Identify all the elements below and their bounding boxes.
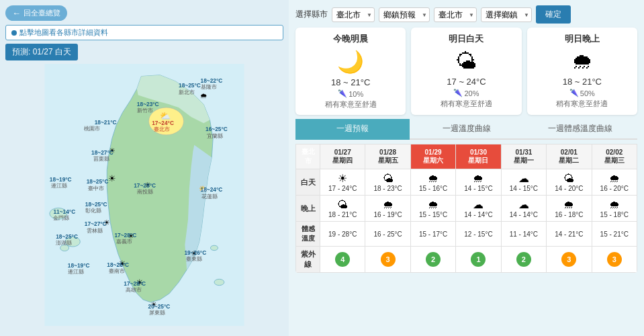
- uv-badge-2: 2: [426, 252, 441, 267]
- comfort-row: 體感溫度 19 - 28°C 16 - 25°C 15 - 17°C 12 - …: [296, 222, 637, 247]
- evening-cell-3: ☁ 14 - 14°C: [456, 196, 501, 222]
- forecast-tabs: 一週預報 一週溫度曲線 一週體感溫度曲線: [295, 119, 637, 140]
- comfort-temp-4: 11 - 14°C: [504, 230, 544, 238]
- col-0129: 01/29 星期六: [410, 144, 455, 169]
- yilan-name: 宜蘭縣: [207, 132, 223, 139]
- county-select[interactable]: 臺北市: [332, 7, 375, 22]
- tomorrow-day-temp: 17 ~ 24°C: [416, 77, 516, 87]
- lienchiang-name: 連江縣: [68, 268, 84, 275]
- evening-temp-4: 14 - 14°C: [504, 211, 544, 218]
- keelung-name: 基隆市: [201, 83, 217, 90]
- col-0202: 02/02 星期三: [592, 144, 637, 169]
- uv-badge-5: 3: [561, 252, 576, 267]
- right-panel: 選擇縣市 臺北市 鄉鎮預報 臺北市 選擇鄉鎮 確定: [289, 0, 644, 336]
- info-dot-icon: [11, 30, 17, 36]
- evening-cell-6: 🌧 15 - 18°C: [592, 196, 637, 222]
- rain-drop-icon-3: 🌂: [569, 89, 579, 97]
- tonight-temp: 18 ~ 21°C: [301, 77, 400, 87]
- top-controls: 選擇縣市 臺北市 鄉鎮預報 臺北市 選擇鄉鎮 確定: [295, 5, 637, 24]
- evening-cell-2: 🌧 15 - 15°C: [410, 196, 455, 222]
- county-select-wrapper: 臺北市: [332, 7, 375, 22]
- evening-temp-6: 15 - 18°C: [594, 211, 635, 218]
- chiayi-name: 嘉義市: [116, 238, 132, 245]
- matzu-name: 連江縣: [51, 182, 67, 189]
- tomorrow-night-temp: 18 ~ 21°C: [533, 77, 632, 87]
- evening-cell-5: 🌧 16 - 18°C: [547, 196, 592, 222]
- tomorrow-day-desc: 稍有寒意至舒適: [416, 99, 516, 109]
- town3-select[interactable]: 選擇鄉鎮: [481, 7, 532, 22]
- weather-card-tonight: 今晚明晨 🌙 18 ~ 21°C 🌂 10% 稍有寒意至舒適: [295, 28, 406, 115]
- uv-cell-2: 2: [410, 247, 455, 273]
- tainan-name: 臺南市: [109, 267, 125, 274]
- tab-weekly-forecast[interactable]: 一週預報: [295, 119, 410, 140]
- comfort-temp-6: 15 - 21°C: [594, 230, 635, 238]
- uv-cell-4: 2: [501, 247, 546, 273]
- taichung-weather-icon: ☀: [108, 173, 116, 183]
- keelung-weather-icon: 🌧: [200, 92, 207, 99]
- col-0201: 02/01 星期二: [547, 144, 592, 169]
- daytime-icon-1: 🌤: [367, 173, 408, 185]
- comfort-cell-5: 14 - 21°C: [547, 222, 592, 247]
- uv-badge-1: 3: [381, 252, 396, 267]
- daytime-icon-5: 🌤: [549, 173, 589, 185]
- daytime-row: 白天 ☀ 17 - 24°C 🌤 18 - 23°C 🌧 15 - 16°C 🌧…: [296, 169, 637, 196]
- tomorrow-night-icon: 🌧: [533, 49, 632, 74]
- confirm-button[interactable]: 確定: [536, 5, 571, 24]
- evening-icon-6: 🌧: [594, 199, 635, 211]
- uv-badge-0: 4: [335, 252, 350, 267]
- daytime-temp-2: 15 - 16°C: [413, 185, 453, 192]
- tonight-desc: 稍有寒意至舒適: [301, 99, 400, 110]
- uv-cell-5: 3: [547, 247, 592, 273]
- hualien-name: 花蓮縣: [201, 193, 218, 200]
- evening-icon-3: ☁: [458, 198, 498, 211]
- weather-cards-container: 今晚明晨 🌙 18 ~ 21°C 🌂 10% 稍有寒意至舒適 明日白天 🌤 17…: [295, 28, 637, 115]
- left-panel: ← 回全臺總覽 點擊地圖看各縣市詳細資料 預測: 01/27 白天: [0, 0, 289, 336]
- green-island[interactable]: [210, 245, 218, 250]
- taiwan-map-area[interactable]: ☀ ☀ ☀ ☀ ⛅ 🌧 ⛅ ☀ ☀ ☀ ☀: [7, 64, 282, 326]
- select-county-label: 選擇縣市: [295, 9, 328, 20]
- forecast-label: 預測: 01/27 白天: [5, 44, 78, 60]
- back-label: 回全臺總覽: [24, 8, 60, 18]
- tonight-title: 今晚明晨: [301, 33, 400, 45]
- taitung-name: 臺東縣: [186, 255, 202, 262]
- evening-cell-0: 🌤 18 - 21°C: [320, 196, 365, 222]
- evening-temp-0: 18 - 21°C: [322, 211, 363, 218]
- comfort-cell-0: 19 - 28°C: [320, 222, 365, 247]
- taipei-name: 臺北市: [154, 126, 170, 132]
- daytime-icon-0: ☀: [322, 172, 363, 185]
- daytime-cell-5: 🌤 14 - 20°C: [547, 169, 592, 196]
- daytime-temp-0: 17 - 24°C: [322, 185, 363, 192]
- town-forecast-select[interactable]: 鄉鎮預報: [379, 7, 430, 22]
- tomorrow-day-title: 明日白天: [416, 33, 516, 45]
- evening-icon-4: ☁: [504, 198, 544, 211]
- back-button[interactable]: ← 回全臺總覽: [5, 5, 67, 21]
- info-button[interactable]: 點擊地圖看各縣市詳細資料: [5, 25, 283, 40]
- comfort-label: 體感溫度: [296, 222, 320, 247]
- evening-row: 晚上 🌤 18 - 21°C 🌧 16 - 19°C 🌧 15 - 15°C ☁…: [296, 196, 637, 222]
- uv-cell-0: 4: [320, 247, 365, 273]
- tab-comfort-curve[interactable]: 一週體感溫度曲線: [523, 119, 637, 140]
- daytime-cell-2: 🌧 15 - 16°C: [410, 169, 455, 196]
- daytime-cell-1: 🌤 18 - 23°C: [365, 169, 410, 196]
- col-0130: 01/30 星期日: [456, 144, 501, 169]
- tomorrow-day-rain: 🌂 20%: [416, 89, 516, 97]
- comfort-cell-3: 12 - 15°C: [456, 222, 501, 247]
- tomorrow-day-icon: 🌤: [416, 49, 516, 74]
- daytime-icon-3: 🌧: [458, 173, 498, 185]
- daytime-cell-3: 🌧 14 - 15°C: [456, 169, 501, 196]
- town2-select[interactable]: 臺北市: [434, 7, 477, 22]
- col-0131: 01/31 星期一: [501, 144, 546, 169]
- evening-icon-1: 🌧: [367, 199, 408, 211]
- tab-temp-curve[interactable]: 一週溫度曲線: [410, 119, 524, 140]
- orchid-island[interactable]: [214, 279, 224, 285]
- taoyuan-name: 桃園市: [84, 125, 100, 132]
- uv-cell-6: 3: [592, 247, 637, 273]
- comfort-cell-6: 15 - 21°C: [592, 222, 637, 247]
- comfort-cell-1: 16 - 25°C: [365, 222, 410, 247]
- daytime-temp-4: 14 - 15°C: [504, 185, 544, 192]
- daytime-temp-3: 14 - 15°C: [458, 185, 498, 192]
- rain-drop-icon-2: 🌂: [453, 89, 463, 97]
- comfort-cell-4: 11 - 14°C: [501, 222, 546, 247]
- evening-icon-0: 🌤: [322, 199, 363, 211]
- uv-cell-3: 1: [456, 247, 501, 273]
